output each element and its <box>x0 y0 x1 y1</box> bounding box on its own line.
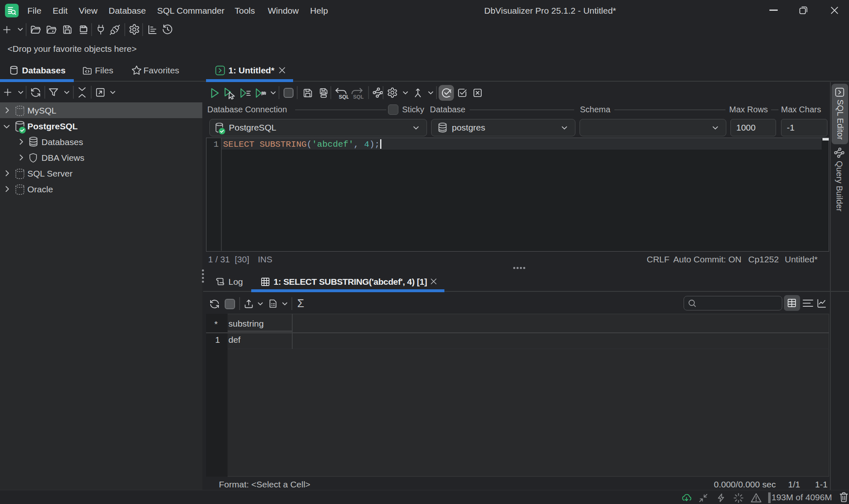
svg-text:SQL: SQL <box>339 94 349 99</box>
svg-text:SQL: SQL <box>353 94 364 99</box>
